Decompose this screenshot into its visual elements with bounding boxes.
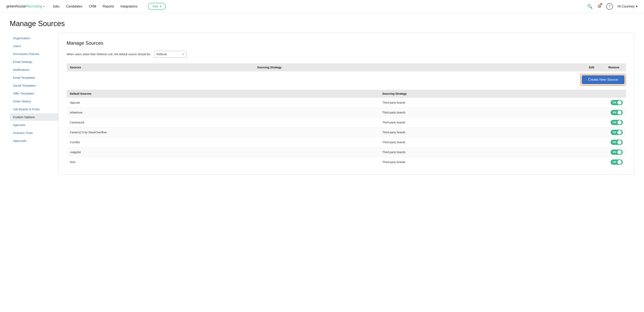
sidebar-item-approvals[interactable]: Approvals xyxy=(10,137,58,144)
search-icon[interactable]: 🔍 xyxy=(587,4,592,9)
sidebar-item-social-templates[interactable]: Social Templates xyxy=(10,82,58,89)
toggle-on[interactable]: ON xyxy=(610,150,623,155)
sidebar-item-order-history[interactable]: Order History xyxy=(10,98,58,105)
referral-label: When users share their Referral Link, th… xyxy=(66,52,151,56)
nav-links: Jobs Candidates CRM Reports Integrations… xyxy=(52,3,166,10)
toggle-label: ON xyxy=(613,131,616,134)
logo-chevron-icon: ▾ xyxy=(43,5,44,8)
toggle-label: ON xyxy=(613,161,616,164)
sources-col-header: Sources xyxy=(66,63,254,72)
toggle-circle xyxy=(618,140,622,144)
table-row: Careerpuck Third-party boards ON xyxy=(66,118,626,128)
nav-jobs[interactable]: Jobs xyxy=(52,5,60,8)
sourcing-strategy: Third-party boards xyxy=(379,128,602,138)
nav-integrations[interactable]: Integrations xyxy=(120,5,138,8)
toggle-cell: ON xyxy=(602,138,626,147)
source-name: Careers2.0 by StackOverflow xyxy=(66,128,379,138)
toggle-label: ON xyxy=(613,151,616,154)
source-name: craigslist xyxy=(66,147,379,157)
toggle-circle xyxy=(618,110,622,114)
sourcing-strategy: Third-party boards xyxy=(379,118,602,128)
sidebar: OrganizationUsersPermission PoliciesEmai… xyxy=(10,33,58,174)
toggle-label: ON xyxy=(613,121,616,124)
remove-col-header: Remove xyxy=(602,63,626,72)
sidebar-item-email-settings[interactable]: Email Settings xyxy=(10,58,58,66)
table-row: Appcast Third-party boards ON xyxy=(66,98,626,108)
create-btn-wrapper: Create New Source xyxy=(66,74,626,86)
toggle-circle xyxy=(618,120,622,124)
sidebar-item-inclusion-tools[interactable]: Inclusion Tools xyxy=(10,129,58,136)
sidebar-item-offer-templates[interactable]: Offer Templates xyxy=(10,90,58,97)
sidebar-item-agencies[interactable]: Agencies xyxy=(10,121,58,129)
default-sources-table: Default Sources Sourcing Strategy Appcas… xyxy=(66,90,626,167)
source-name: Appcast xyxy=(66,98,379,108)
user-greeting: Hi Courtney xyxy=(618,5,635,8)
sourcing-strategy: Third-party boards xyxy=(379,157,602,167)
toggle-cell: ON xyxy=(602,157,626,167)
sidebar-item-email-templates[interactable]: Email Templates xyxy=(10,74,58,81)
sidebar-item-users[interactable]: Users xyxy=(10,42,58,50)
nav-candidates[interactable]: Candidates xyxy=(66,5,82,8)
referral-select[interactable]: Referral xyxy=(154,51,186,58)
toggle-on[interactable]: ON xyxy=(610,120,623,125)
sources-table: Sources Sourcing Strategy Edit Remove xyxy=(66,63,626,72)
default-sourcing-strategy-header: Sourcing Strategy xyxy=(379,90,602,98)
table-row: Arbeitnow Third-party boards ON xyxy=(66,108,626,118)
content-area: OrganizationUsersPermission PoliciesEmai… xyxy=(10,33,634,174)
section-title: Manage Sources xyxy=(66,40,626,46)
help-icon[interactable]: ? xyxy=(606,3,613,10)
sourcing-strategy-col-header: Sourcing Strategy xyxy=(254,63,582,72)
toggle-on[interactable]: ON xyxy=(610,100,623,105)
source-name: Dice xyxy=(66,157,379,167)
page-container: Manage Sources OrganizationUsersPermissi… xyxy=(0,13,644,181)
create-btn-highlight: Create New Source xyxy=(580,74,626,86)
sidebar-item-custom-options[interactable]: Custom Options xyxy=(10,113,58,121)
toggle-cell: ON xyxy=(602,147,626,157)
add-button[interactable]: Add ▾ xyxy=(148,3,166,10)
nav-reports[interactable]: Reports xyxy=(102,5,114,8)
sourcing-strategy: Third-party boards xyxy=(379,138,602,147)
create-new-source-button[interactable]: Create New Source xyxy=(582,75,624,84)
toggle-col-header xyxy=(602,90,626,98)
toggle-on[interactable]: ON xyxy=(610,130,623,135)
logo[interactable]: greenhouse Recruiting ▾ xyxy=(6,4,44,8)
default-sources-header: Default Sources xyxy=(66,90,379,98)
nav-right: 🔍 ⚙ ? Hi Courtney ▾ xyxy=(587,3,638,10)
sidebar-item-notifications[interactable]: Notifications xyxy=(10,66,58,74)
toggle-cell: ON xyxy=(602,128,626,138)
toggle-circle xyxy=(618,100,622,104)
sidebar-item-job-boards-posts[interactable]: Job Boards & Posts xyxy=(10,106,58,113)
main-content: Manage Sources When users share their Re… xyxy=(58,33,634,174)
toggle-circle xyxy=(618,160,622,164)
toggle-cell: ON xyxy=(602,118,626,128)
notification-badge xyxy=(600,3,602,5)
sidebar-item-permission-policies[interactable]: Permission Policies xyxy=(10,50,58,58)
settings-icon-wrapper: ⚙ xyxy=(598,4,602,9)
page-title: Manage Sources xyxy=(10,20,634,28)
toggle-label: ON xyxy=(613,141,616,144)
toggle-on[interactable]: ON xyxy=(610,140,623,145)
top-navigation: greenhouse Recruiting ▾ Jobs Candidates … xyxy=(0,0,644,13)
toggle-label: ON xyxy=(613,111,616,114)
table-row: Careers2.0 by StackOverflow Third-party … xyxy=(66,128,626,138)
sidebar-item-organization[interactable]: Organization xyxy=(10,34,58,42)
toggle-cell: ON xyxy=(602,98,626,108)
toggle-cell: ON xyxy=(602,108,626,118)
table-row: Dice Third-party boards ON xyxy=(66,157,626,167)
toggle-circle xyxy=(618,150,622,154)
user-menu[interactable]: Hi Courtney ▾ xyxy=(618,4,638,8)
sourcing-strategy: Third-party boards xyxy=(379,98,602,108)
referral-row: When users share their Referral Link, th… xyxy=(66,51,626,58)
source-name: Careerpuck xyxy=(66,118,379,128)
source-name: Coroflot xyxy=(66,138,379,147)
add-chevron-icon: ▾ xyxy=(160,4,161,8)
source-name: Arbeitnow xyxy=(66,108,379,118)
toggle-circle xyxy=(618,130,622,134)
toggle-on[interactable]: ON xyxy=(610,160,623,165)
logo-greenhouse: greenhouse xyxy=(6,4,26,8)
nav-crm[interactable]: CRM xyxy=(89,5,96,8)
toggle-on[interactable]: ON xyxy=(610,110,623,115)
user-chevron-icon: ▾ xyxy=(636,4,638,8)
logo-recruiting: Recruiting xyxy=(26,4,42,8)
sourcing-strategy: Third-party boards xyxy=(379,147,602,157)
